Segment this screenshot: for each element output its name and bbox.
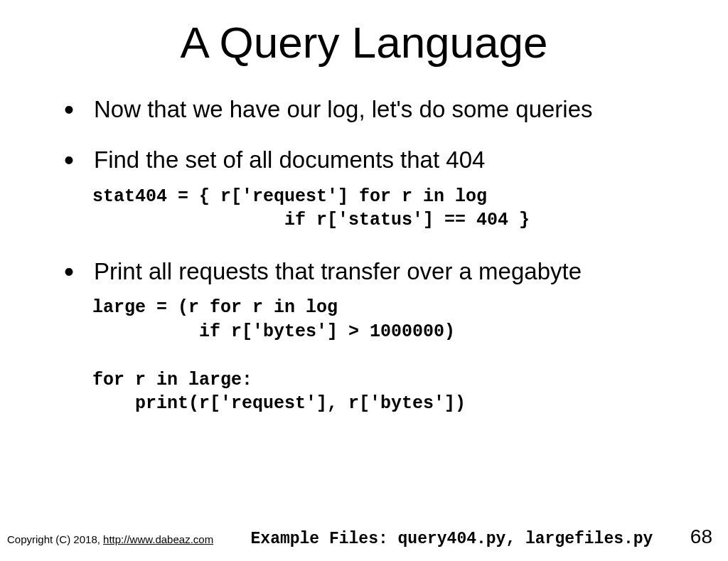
copyright-link[interactable]: http://www.dabeaz.com — [103, 533, 213, 545]
example-files: Example Files: query404.py, largefiles.p… — [251, 530, 653, 548]
slide-title: A Query Language — [28, 17, 700, 68]
copyright-text: Copyright (C) 2018, http://www.dabeaz.co… — [7, 533, 213, 545]
page-number: 68 — [690, 525, 712, 548]
bullet-list: Print all requests that transfer over a … — [28, 257, 700, 286]
slide-footer: Copyright (C) 2018, http://www.dabeaz.co… — [7, 525, 712, 548]
bullet-list: Now that we have our log, let's do some … — [28, 95, 700, 175]
slide: A Query Language Now that we have our lo… — [0, 0, 728, 561]
code-block-large: large = (r for r in log if r['bytes'] > … — [92, 296, 700, 416]
code-block-stat404: stat404 = { r['request'] for r in log if… — [92, 185, 700, 233]
bullet-item: Now that we have our log, let's do some … — [64, 95, 700, 124]
copyright-prefix: Copyright (C) 2018, — [7, 533, 103, 545]
bullet-item: Find the set of all documents that 404 — [64, 145, 700, 174]
bullet-item: Print all requests that transfer over a … — [64, 257, 700, 286]
